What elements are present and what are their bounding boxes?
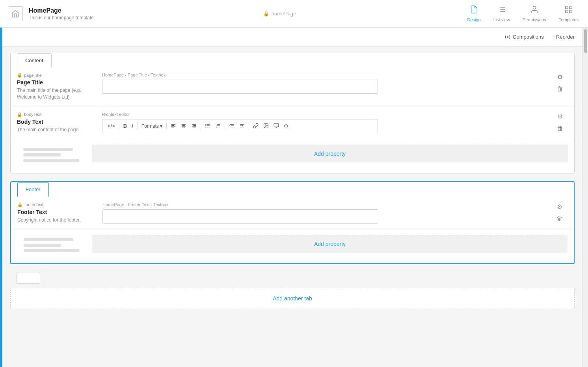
page-title-name: Page Title — [17, 79, 89, 86]
content-skeleton — [17, 145, 92, 168]
svg-rect-44 — [274, 123, 279, 127]
rte-outdent-btn[interactable] — [227, 122, 236, 130]
body-text-actions: ⚙ 🗑 — [552, 112, 568, 132]
page-title-settings-button[interactable]: ⚙ — [556, 73, 564, 81]
svg-rect-23 — [193, 127, 196, 128]
body-text-name: Body Text — [17, 119, 89, 125]
footer-text-delete-button[interactable]: 🗑 — [556, 215, 564, 223]
footer-text-property-row: 🔒 footerText Footer Text Copyright notic… — [11, 197, 574, 229]
rte-bold-btn[interactable]: B — [121, 122, 129, 130]
svg-text:3.: 3. — [216, 126, 217, 128]
nav-templates[interactable]: Templates — [557, 5, 580, 22]
page-title-delete-button[interactable]: 🗑 — [556, 85, 564, 93]
rte-divider-1 — [119, 123, 119, 130]
nav-design[interactable]: Design — [466, 5, 482, 22]
header: HomePage This is our homepage template 🔒… — [0, 0, 588, 28]
svg-rect-29 — [207, 127, 210, 127]
footer-skeleton-line-2 — [24, 244, 61, 247]
compositions-button[interactable]: Compositions — [505, 34, 544, 40]
svg-rect-17 — [182, 125, 185, 125]
rte-divider-4 — [201, 123, 201, 130]
home-icon[interactable] — [8, 6, 23, 21]
content-add-property-btn[interactable]: Add property — [314, 151, 346, 157]
svg-rect-14 — [171, 126, 176, 127]
scrollbar-track[interactable] — [582, 28, 588, 367]
page-title-property-row: 🔒 pageTitle Page Title The main title of… — [11, 67, 574, 106]
body-text-settings-button[interactable]: ⚙ — [556, 113, 564, 121]
page-title-editor-label: HomePage - Page Title - Textbox — [102, 73, 546, 77]
svg-rect-22 — [192, 126, 196, 127]
footer-tab[interactable]: Footer — [17, 182, 49, 197]
page-title-lock-icon: 🔒 — [17, 73, 22, 78]
rte-media-btn[interactable] — [272, 122, 281, 130]
rte-align-left-btn[interactable] — [169, 122, 178, 130]
compositions-label: Compositions — [513, 34, 544, 40]
footer-text-desc: Copyright notice for the footer. — [17, 217, 90, 224]
svg-point-24 — [205, 124, 206, 125]
rte-bullet-list-btn[interactable] — [203, 122, 212, 130]
add-another-tab-btn[interactable]: Add another tab — [273, 295, 312, 302]
footer-text-input[interactable] — [102, 209, 378, 224]
templates-icon — [564, 5, 573, 16]
svg-rect-20 — [192, 124, 196, 125]
footer-skeleton-row: Add property — [11, 229, 574, 263]
add-another-tab-row[interactable]: Add another tab — [10, 288, 575, 309]
nav-permissions[interactable]: Permissions — [521, 5, 548, 22]
rte-formats-label: Formats — [141, 123, 159, 129]
svg-rect-25 — [207, 124, 210, 125]
header-url: 🔒 homePage — [263, 11, 296, 17]
page-title: HomePage — [29, 7, 94, 14]
footer-add-property-row[interactable]: Add property — [92, 235, 568, 253]
body-text-delete-button[interactable]: 🗑 — [556, 125, 564, 132]
svg-point-11 — [507, 36, 508, 38]
svg-rect-15 — [171, 127, 174, 128]
footer-text-actions: ⚙ 🗑 — [552, 202, 568, 223]
page-title-actions: ⚙ 🗑 — [552, 73, 568, 93]
richtext-toolbar: </> B I Formats ▾ — [102, 119, 378, 133]
rte-divider-5 — [225, 123, 225, 130]
page-subtitle: This is our homepage template — [29, 15, 94, 20]
rte-source-btn[interactable]: </> — [106, 122, 117, 130]
scrollbar-thumb[interactable] — [584, 29, 587, 53]
rte-formats-arrow: ▾ — [160, 123, 162, 129]
rte-align-right-btn[interactable] — [189, 122, 199, 130]
rte-link-btn[interactable] — [251, 122, 261, 130]
footer-text-editor-col: HomePage - Footer Text - Textbox — [96, 202, 552, 224]
footer-text-name: Footer Text — [17, 209, 90, 215]
rte-italic-btn[interactable]: I — [130, 122, 135, 130]
body-text-lock-icon: 🔒 — [17, 112, 22, 117]
nav-permissions-label: Permissions — [523, 17, 546, 22]
body-text-editor-label: Richtext editor — [102, 112, 546, 117]
rte-macro-btn[interactable]: ⚙ — [282, 122, 290, 130]
main-content: Content 🔒 pageTitle Page Title The main … — [2, 47, 582, 367]
rte-image-btn[interactable] — [261, 122, 271, 130]
footer-text-label-col: 🔒 footerText Footer Text Copyright notic… — [17, 202, 96, 224]
footer-text-settings-button[interactable]: ⚙ — [556, 203, 563, 211]
rte-align-center-btn[interactable] — [179, 122, 188, 130]
list-view-icon — [497, 5, 506, 16]
rte-divider-3 — [166, 123, 167, 130]
footer-add-property-btn[interactable]: Add property — [314, 241, 346, 247]
svg-rect-13 — [171, 125, 174, 125]
skeleton-line-2 — [23, 153, 61, 156]
page-title-label-col: 🔒 pageTitle Page Title The main title of… — [17, 73, 96, 101]
content-add-property-row[interactable]: Add property — [92, 145, 568, 162]
content-tab[interactable]: Content — [17, 53, 52, 67]
permissions-icon — [530, 5, 539, 16]
reorder-button[interactable]: + Reorder — [552, 34, 575, 40]
svg-rect-33 — [217, 125, 220, 126]
svg-rect-16 — [182, 124, 186, 125]
body-text-alias: 🔒 bodyText — [17, 112, 89, 117]
rte-indent-btn[interactable] — [237, 122, 247, 130]
rte-formats-btn[interactable]: Formats ▾ — [140, 122, 164, 130]
page-title-input[interactable] — [102, 80, 378, 94]
svg-point-26 — [205, 125, 206, 126]
nav-list-view[interactable]: List view — [492, 5, 512, 22]
svg-rect-10 — [566, 10, 568, 13]
footer-skeleton-line-3 — [24, 249, 80, 252]
page-title-editor-col: HomePage - Page Title - Textbox — [96, 73, 552, 94]
page-wrapper: Compositions + Reorder Content 🔒 pageTit — [0, 28, 588, 367]
content-add-property: Add property — [92, 145, 568, 162]
content-area: Compositions + Reorder Content 🔒 pageTit — [2, 28, 582, 367]
rte-num-list-btn[interactable]: 1.2.3. — [213, 122, 223, 130]
